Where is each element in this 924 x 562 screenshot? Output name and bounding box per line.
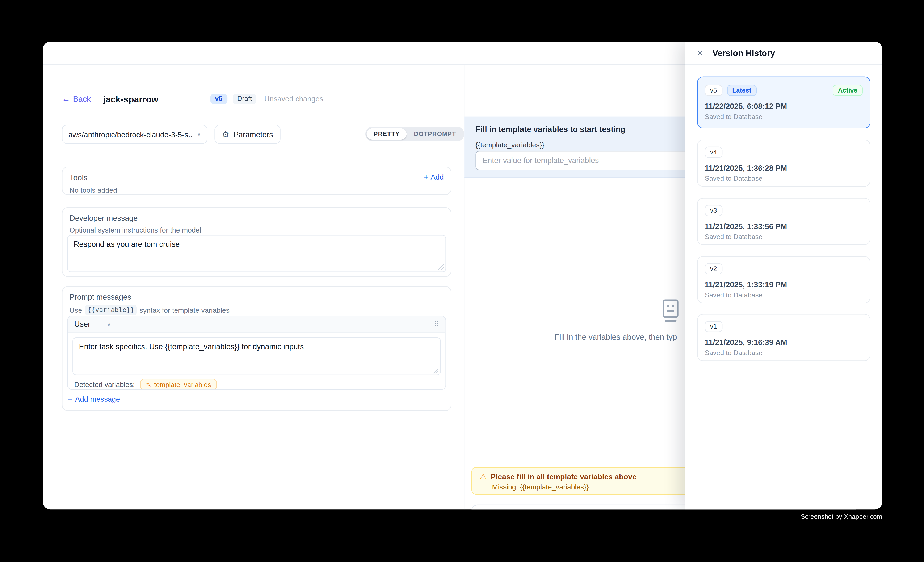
resize-grip-icon[interactable] xyxy=(433,368,438,373)
bot-face-icon xyxy=(659,299,682,327)
template-variables-heading: Fill in template variables to start test… xyxy=(476,125,626,134)
plus-icon: + xyxy=(424,173,428,181)
template-variable-label: {{template_variables}} xyxy=(476,141,544,149)
back-label: Back xyxy=(73,94,91,103)
prompt-messages-section: Prompt messages Use {{variable}} syntax … xyxy=(62,286,452,411)
add-tool-label: Add xyxy=(431,173,444,181)
warning-title: Please fill in all template variables ab… xyxy=(491,472,637,481)
gear-icon: ⚙ xyxy=(222,130,230,138)
version-number-badge: v4 xyxy=(705,147,722,158)
template-variable-chip[interactable]: ✎ template_variables xyxy=(140,378,217,390)
version-saved-text: Saved to Database xyxy=(705,291,862,299)
parameters-label: Parameters xyxy=(234,130,273,139)
message-block: User ∨ ⠿ Enter task specifics. Use {{tem… xyxy=(67,315,446,390)
drag-handle-icon[interactable]: ⠿ xyxy=(434,320,439,328)
toggle-pretty[interactable]: PRETTY xyxy=(366,129,407,139)
pencil-icon: ✎ xyxy=(146,381,151,388)
detected-variables-row: Detected variables: ✎ template_variables xyxy=(74,378,217,390)
version-saved-text: Saved to Database xyxy=(705,175,862,182)
tools-title: Tools xyxy=(69,173,444,182)
version-card-v5[interactable]: v5 Latest Active 11/22/2025, 6:08:12 PM … xyxy=(697,76,870,129)
version-timestamp: 11/22/2025, 6:08:12 PM xyxy=(705,102,862,111)
chevron-down-icon: ∨ xyxy=(107,321,111,327)
version-card-v4[interactable]: v4 11/21/2025, 1:36:28 PM Saved to Datab… xyxy=(697,139,870,187)
app-window: ← Back jack-sparrow v5 Draft Unsaved cha… xyxy=(43,42,882,509)
developer-message-input[interactable]: Respond as you are tom cruise xyxy=(67,235,446,272)
add-message-button[interactable]: + Add message xyxy=(68,395,120,404)
version-card-v3[interactable]: v3 11/21/2025, 1:33:56 PM Saved to Datab… xyxy=(697,198,870,245)
page-title: jack-sparrow xyxy=(103,94,158,104)
developer-message-subtitle: Optional system instructions for the mod… xyxy=(69,226,444,235)
prompt-messages-subtitle: Use {{variable}} syntax for template var… xyxy=(69,305,444,315)
version-timestamp: 11/21/2025, 1:33:19 PM xyxy=(705,280,862,289)
toggle-dotprompt[interactable]: DOTPROMPT xyxy=(407,129,463,139)
tools-empty-text: No tools added xyxy=(69,186,444,194)
subtitle-prefix: Use xyxy=(69,306,82,314)
format-toggle: PRETTY DOTPROMPT xyxy=(365,127,464,141)
version-history-header: × Version History xyxy=(686,42,882,65)
version-card-v1[interactable]: v1 11/21/2025, 9:16:39 AM Saved to Datab… xyxy=(697,314,870,361)
title-row: ← Back jack-sparrow v5 Draft Unsaved cha… xyxy=(62,91,323,107)
unsaved-changes-text: Unsaved changes xyxy=(264,95,323,103)
parameters-button[interactable]: ⚙ Parameters xyxy=(214,125,280,144)
version-number-badge: v1 xyxy=(705,321,722,332)
version-number-badge: v3 xyxy=(705,205,722,216)
empty-state-text: Fill in the variables above, then typ xyxy=(555,333,677,341)
version-badge: v5 xyxy=(210,94,227,104)
plus-icon: + xyxy=(68,395,72,404)
message-header: User ∨ ⠿ xyxy=(68,316,446,333)
variable-name: template_variables xyxy=(154,381,211,388)
version-timestamp: 11/21/2025, 9:16:39 AM xyxy=(705,338,862,347)
tools-section: Tools + Add No tools added xyxy=(62,167,452,195)
version-timestamp: 11/21/2025, 1:36:28 PM xyxy=(705,164,862,172)
close-icon[interactable]: × xyxy=(697,48,703,58)
detected-variables-label: Detected variables: xyxy=(74,380,135,389)
add-message-label: Add message xyxy=(75,395,120,404)
version-number-badge: v2 xyxy=(705,263,722,274)
message-input[interactable]: Enter task specifics. Use {{template_var… xyxy=(72,338,441,375)
subtitle-suffix: syntax for template variables xyxy=(140,306,230,314)
developer-message-section: Developer message Optional system instru… xyxy=(62,207,452,277)
role-selector[interactable]: User ∨ xyxy=(74,320,111,329)
version-saved-text: Saved to Database xyxy=(705,233,862,240)
screenshot-canvas: ← Back jack-sparrow v5 Draft Unsaved cha… xyxy=(0,0,924,562)
add-tool-button[interactable]: + Add xyxy=(424,173,444,181)
developer-message-title: Developer message xyxy=(69,214,444,223)
model-selector-value: aws/anthropic/bedrock-claude-3-5-s... xyxy=(69,130,194,139)
draft-badge: Draft xyxy=(232,94,256,104)
resize-grip-icon[interactable] xyxy=(438,265,444,270)
version-timestamp: 11/21/2025, 1:33:56 PM xyxy=(705,222,862,231)
back-button[interactable]: ← Back xyxy=(62,94,91,103)
watermark-text: Screenshot by Xnapper.com xyxy=(801,513,882,520)
version-history-title: Version History xyxy=(712,48,775,58)
prompt-messages-title: Prompt messages xyxy=(69,293,444,302)
role-value: User xyxy=(74,320,90,329)
model-selector[interactable]: aws/anthropic/bedrock-claude-3-5-s... ∨ xyxy=(62,125,207,144)
version-saved-text: Saved to Database xyxy=(705,113,862,120)
version-history-panel: × Version History v5 Latest Active 11/22… xyxy=(686,42,882,509)
chevron-down-icon: ∨ xyxy=(197,132,201,137)
active-status-badge: Active xyxy=(832,85,862,96)
variable-syntax-chip: {{variable}} xyxy=(85,305,136,315)
version-number-badge: v5 xyxy=(705,85,722,96)
warning-icon: ⚠ xyxy=(480,473,487,480)
version-saved-text: Saved to Database xyxy=(705,349,862,356)
back-arrow-icon: ← xyxy=(62,95,70,103)
latest-badge: Latest xyxy=(727,85,757,96)
version-card-v2[interactable]: v2 11/21/2025, 1:33:19 PM Saved to Datab… xyxy=(697,256,870,303)
